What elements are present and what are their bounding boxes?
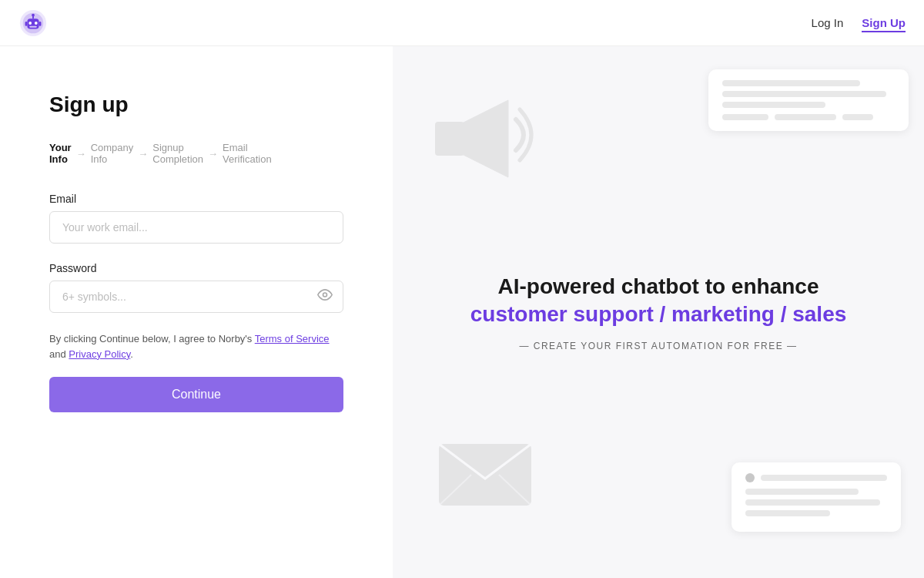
arrow-3: → — [208, 148, 218, 160]
marketing-heading-highlight: customer support / marketing / sales — [470, 302, 847, 326]
svg-rect-9 — [39, 22, 42, 26]
legal-text: By clicking Continue below, I agree to N… — [49, 331, 343, 361]
deco-line — [722, 91, 886, 97]
main-layout: Sign up YourInfo → CompanyInfo → SignupC… — [0, 46, 924, 578]
envelope-decoration — [431, 421, 539, 516]
marketing-heading-line1: AI-powered chatbot to enhance — [498, 274, 819, 298]
password-input[interactable] — [49, 281, 343, 313]
step-signup-completion: SignupCompletion — [152, 142, 203, 165]
privacy-policy-link[interactable]: Privacy Policy — [69, 348, 130, 360]
navbar: Log In Sign Up — [0, 0, 924, 46]
deco-line — [745, 489, 859, 495]
svg-point-3 — [28, 22, 32, 25]
svg-rect-7 — [29, 25, 37, 27]
left-panel: Sign up YourInfo → CompanyInfo → SignupC… — [0, 46, 393, 578]
deco-line — [745, 510, 830, 516]
email-label: Email — [49, 193, 343, 205]
arrow-1: → — [76, 148, 86, 160]
arrow-2: → — [138, 148, 148, 160]
step-signup-completion-label: SignupCompletion — [152, 142, 203, 165]
step-company-info: CompanyInfo — [91, 142, 134, 165]
step-email-verification: EmailVerification — [223, 142, 272, 165]
deco-line — [745, 499, 880, 506]
email-field-group: Email — [49, 193, 343, 244]
svg-rect-12 — [435, 122, 464, 156]
terms-of-service-link[interactable]: Terms of Service — [255, 333, 330, 344]
marketing-heading: AI-powered chatbot to enhance customer s… — [470, 273, 847, 329]
password-wrap — [49, 281, 343, 313]
marketing-text: AI-powered chatbot to enhance customer s… — [455, 257, 862, 368]
logo[interactable] — [18, 8, 48, 38]
signup-link[interactable]: Sign Up — [862, 13, 906, 32]
svg-point-6 — [32, 13, 35, 16]
svg-point-10 — [323, 293, 327, 297]
step-your-info-label: YourInfo — [49, 142, 72, 165]
nav-links: Log In Sign Up — [812, 13, 906, 32]
password-label: Password — [49, 262, 343, 274]
deco-line — [722, 80, 860, 86]
page-title: Sign up — [49, 92, 343, 117]
marketing-tagline: — CREATE YOUR FIRST AUTOMATION FOR FREE … — [470, 341, 847, 351]
svg-point-4 — [35, 22, 38, 25]
chat-bubble-top — [708, 69, 909, 131]
step-your-info: YourInfo — [49, 142, 72, 165]
deco-line — [722, 102, 825, 108]
megaphone-decoration — [424, 77, 547, 203]
continue-button[interactable]: Continue — [49, 377, 343, 412]
login-link[interactable]: Log In — [812, 13, 844, 32]
password-field-group: Password — [49, 262, 343, 313]
step-company-info-label: CompanyInfo — [91, 142, 134, 165]
right-panel: AI-powered chatbot to enhance customer s… — [393, 46, 924, 578]
stepper: YourInfo → CompanyInfo → SignupCompletio… — [49, 142, 343, 165]
logo-icon — [18, 8, 48, 38]
email-input[interactable] — [49, 211, 343, 244]
toggle-password-icon[interactable] — [317, 287, 333, 307]
step-email-verification-label: EmailVerification — [223, 142, 272, 165]
chat-bubble-bottom — [732, 462, 901, 532]
svg-rect-8 — [25, 22, 28, 26]
